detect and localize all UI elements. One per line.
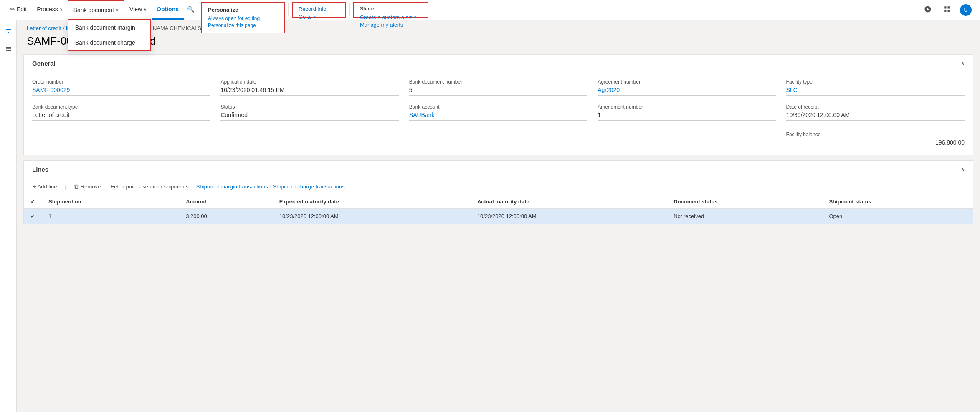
- create-alert-link[interactable]: Create a custom alert ∨: [360, 14, 422, 20]
- row-checkmark: ✓: [30, 213, 35, 219]
- record-info-section: Record info Go to ∨: [292, 2, 346, 18]
- personalize-page-link[interactable]: Personalize this page: [208, 23, 278, 28]
- select-all-header[interactable]: ✓: [24, 195, 42, 209]
- lines-card: Lines ∧ + Add line | 🗑 Remove Fetch purc…: [23, 160, 973, 224]
- amount-header[interactable]: Amount: [179, 195, 273, 209]
- share-title: Share: [360, 6, 422, 12]
- date-receipt-value: 10/30/2020 12:00:00 AM: [786, 112, 965, 121]
- process-button[interactable]: Process ∨: [32, 0, 68, 20]
- record-info-link[interactable]: Record info: [299, 6, 339, 12]
- remove-label: Remove: [81, 183, 101, 190]
- facility-balance-group: Facility balance 196,800.00: [786, 131, 965, 148]
- edit-button[interactable]: ✏ Edit: [5, 0, 32, 20]
- content-area: Letter of credit / import collection | S…: [17, 20, 980, 412]
- shipment-charge-link[interactable]: Shipment charge transactions: [273, 183, 345, 190]
- left-sidebar: [0, 20, 17, 412]
- bank-account-value[interactable]: SAUBank: [409, 112, 587, 121]
- lines-card-header[interactable]: Lines ∧: [24, 161, 973, 178]
- row-shipment-status: Open: [822, 209, 973, 224]
- add-line-button[interactable]: + Add line: [30, 182, 59, 191]
- actual-maturity-header[interactable]: Actual maturity date: [471, 195, 667, 209]
- general-card-header[interactable]: General ∧: [24, 55, 973, 72]
- process-chevron: ∨: [60, 7, 63, 12]
- page-title: SAMF-000029 : Confirmed: [17, 33, 980, 54]
- bank-document-button[interactable]: Bank document ∨ Bank document margin Ban…: [68, 0, 124, 20]
- manage-alerts-link[interactable]: Manage my alerts: [360, 22, 422, 28]
- go-to-link[interactable]: Go to ∨: [299, 14, 339, 20]
- table-row[interactable]: ✓ 1 3,200.00 10/23/2020 12:00:00 AM 10/2…: [24, 209, 973, 224]
- edit-label: Edit: [17, 6, 27, 13]
- row-actual-maturity: 10/23/2020 12:00:00 AM: [471, 209, 667, 224]
- agreement-number-value[interactable]: Agr2020: [598, 86, 776, 96]
- edit-icon: ✏: [10, 6, 15, 13]
- settings-icon[interactable]: [922, 3, 934, 17]
- order-number-field: Order number SAMF-000029: [32, 79, 210, 96]
- bank-document-margin-item[interactable]: Bank document margin: [68, 20, 150, 35]
- app-icon[interactable]: [941, 3, 953, 17]
- bank-document-label: Bank document: [73, 7, 114, 13]
- general-chevron-up: ∧: [961, 61, 965, 66]
- row-document-status: Not received: [667, 209, 822, 224]
- add-line-label: + Add line: [33, 183, 57, 190]
- options-tab[interactable]: Options: [152, 0, 184, 20]
- toolbar-separator2: [288, 3, 289, 16]
- remove-button[interactable]: 🗑 Remove: [71, 182, 103, 191]
- breadcrumb: Letter of credit / import collection | S…: [17, 20, 980, 33]
- expected-maturity-header[interactable]: Expected maturity date: [273, 195, 471, 209]
- checkmark-icon: ✓: [30, 198, 35, 205]
- toolbar-separator3: [349, 3, 350, 16]
- agreement-number-field: Agreement number Agr2020: [598, 79, 776, 96]
- bank-account-label: Bank account: [409, 104, 587, 110]
- fetch-button[interactable]: Fetch purchase order shipments: [108, 182, 191, 191]
- go-to-chevron: ∨: [314, 15, 317, 19]
- svg-rect-2: [944, 10, 946, 12]
- fetch-label: Fetch purchase order shipments: [111, 183, 188, 190]
- status-label: Status: [220, 104, 399, 110]
- lines-table-container: ✓ Shipment nu... Amount Expected maturit…: [24, 195, 973, 224]
- svg-rect-3: [948, 10, 950, 12]
- shipment-status-header[interactable]: Shipment status: [822, 195, 973, 209]
- row-shipment-num: 1: [42, 209, 179, 224]
- row-expected-maturity: 10/23/2020 12:00:00 AM: [273, 209, 471, 224]
- bank-document-charge-item[interactable]: Bank document charge: [68, 35, 150, 50]
- date-receipt-field: Date of receipt 10/30/2020 12:00:00 AM F…: [786, 104, 965, 148]
- toolbar-right-icons: U: [918, 0, 975, 20]
- facility-type-field: Facility type SLC: [786, 79, 965, 96]
- hamburger-icon[interactable]: [3, 43, 14, 56]
- general-card: General ∧ Order number SAMF-000029 Appli…: [23, 54, 973, 155]
- search-button[interactable]: 🔍: [184, 0, 198, 20]
- row-checkbox[interactable]: ✓: [24, 209, 42, 224]
- facility-type-value[interactable]: SLC: [786, 86, 965, 96]
- svg-rect-1: [948, 6, 950, 8]
- trash-icon: 🗑: [73, 183, 79, 190]
- view-button[interactable]: View ∨: [124, 0, 152, 20]
- amendment-number-label: Amendment number: [598, 104, 776, 110]
- user-icon[interactable]: U: [960, 4, 972, 16]
- personalize-title: Personalize: [208, 7, 278, 13]
- shipment-num-header[interactable]: Shipment nu...: [42, 195, 179, 209]
- always-open-link[interactable]: Always open for editing: [208, 15, 278, 21]
- search-icon: 🔍: [187, 6, 194, 13]
- separator1: |: [64, 183, 66, 190]
- process-label: Process: [37, 6, 58, 13]
- facility-balance-label: Facility balance: [786, 132, 821, 137]
- main-toolbar: ✏ Edit Process ∨ Bank document ∨ Bank do…: [0, 0, 980, 20]
- bank-doc-number-field: Bank document number 5: [409, 79, 587, 96]
- toolbar-spacer: [432, 0, 918, 20]
- order-number-label: Order number: [32, 79, 210, 85]
- options-label: Options: [157, 6, 179, 13]
- row-amount: 3,200.00: [179, 209, 273, 224]
- order-number-value[interactable]: SAMF-000029: [32, 86, 210, 96]
- application-date-value: 10/23/2020 01:46:15 PM: [220, 86, 399, 96]
- bank-doc-type-value: Letter of credit: [32, 112, 210, 121]
- shipment-margin-link[interactable]: Shipment margin transactions: [196, 183, 268, 190]
- application-date-label: Application date: [220, 79, 399, 85]
- bank-account-field: Bank account SAUBank: [409, 104, 587, 148]
- general-card-body: Order number SAMF-000029 Application dat…: [24, 72, 973, 155]
- document-status-header[interactable]: Document status: [667, 195, 822, 209]
- lines-table: ✓ Shipment nu... Amount Expected maturit…: [24, 195, 973, 224]
- bank-doc-number-label: Bank document number: [409, 79, 587, 85]
- main-layout: Letter of credit / import collection | S…: [0, 20, 980, 412]
- filter-icon[interactable]: [3, 25, 14, 38]
- svg-rect-0: [944, 6, 946, 8]
